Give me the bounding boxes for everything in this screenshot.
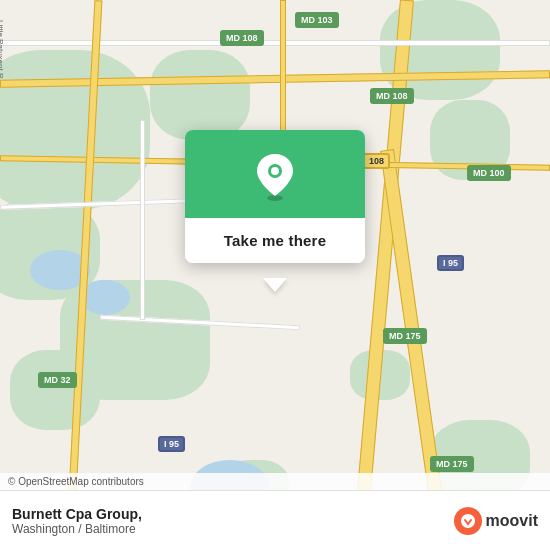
road-badge-i95b: I 95	[158, 436, 185, 452]
info-bar: Burnett Cpa Group, Washington / Baltimor…	[0, 490, 550, 550]
road-badge-md32: MD 32	[38, 372, 77, 388]
road-label-little-patuxent: Little Patuxent R...	[0, 20, 5, 85]
moovit-icon	[454, 507, 482, 535]
road-badge-md175b: MD 175	[430, 456, 474, 472]
road-badge-md100: MD 100	[467, 165, 511, 181]
road-badge-md108a: MD 108	[220, 30, 264, 46]
place-name: Burnett Cpa Group,	[12, 506, 454, 522]
popup-card: Take me there	[185, 130, 365, 263]
moovit-logo: moovit	[454, 507, 538, 535]
attribution-bar: © OpenStreetMap contributors	[0, 473, 550, 490]
road-badge-i95a: I 95	[437, 255, 464, 271]
take-me-there-button[interactable]: Take me there	[185, 218, 365, 263]
place-info: Burnett Cpa Group, Washington / Baltimor…	[12, 506, 454, 536]
popup-tail	[263, 278, 287, 292]
popup-header	[185, 130, 365, 218]
city-name: Washington / Baltimore	[12, 522, 454, 536]
map-container: MD 103 MD 108 MD 108 108 MD 100 I 95 MD …	[0, 0, 550, 550]
attribution-text: © OpenStreetMap contributors	[8, 476, 144, 487]
road-badge-md103: MD 103	[295, 12, 339, 28]
road-badge-108: 108	[363, 153, 390, 169]
location-pin-icon	[253, 150, 297, 202]
svg-point-2	[271, 167, 279, 175]
road-badge-md175a: MD 175	[383, 328, 427, 344]
road-badge-md108b: MD 108	[370, 88, 414, 104]
map-background: MD 103 MD 108 MD 108 108 MD 100 I 95 MD …	[0, 0, 550, 550]
moovit-text: moovit	[486, 512, 538, 530]
